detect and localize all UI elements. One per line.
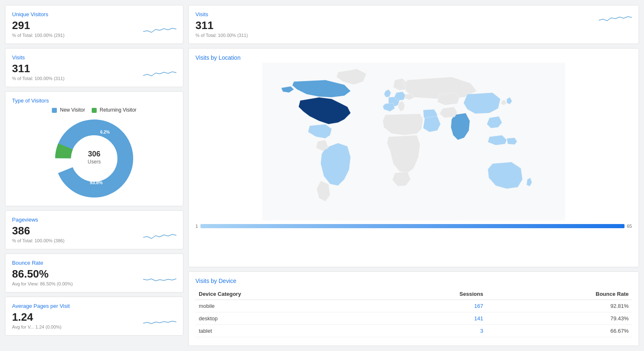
top-visits-card: Visits 311 % of Total: 100.00% (311) xyxy=(188,5,639,44)
visits-by-location-card: Visits by Location xyxy=(188,48,639,267)
world-map-svg xyxy=(195,63,632,220)
device-category-cell: desktop xyxy=(195,312,375,325)
col-sessions: Sessions xyxy=(375,288,486,300)
returning-visitor-dot xyxy=(92,108,97,113)
top-visits-sub: % of Total: 100.00% (311) xyxy=(195,33,248,38)
device-category-cell: tablet xyxy=(195,325,375,337)
device-table-body: mobile16792.81%desktop14179.43%tablet366… xyxy=(195,300,632,337)
world-map-container xyxy=(195,63,632,220)
country-kazakhstan xyxy=(437,93,459,105)
bounce-rate-cell: 79.43% xyxy=(486,312,632,325)
pageviews-card: Pageviews 386 % of Total: 100.00% (386) xyxy=(5,210,183,249)
map-legend: 1 65 xyxy=(195,224,632,229)
bounce-rate-cell: 92.81% xyxy=(486,300,632,312)
bounce-rate-title: Bounce Rate xyxy=(12,260,176,266)
map-scale-max: 65 xyxy=(627,224,632,229)
map-title: Visits by Location xyxy=(195,54,632,61)
avg-pages-title: Average Pages per Visit xyxy=(12,303,176,309)
avg-pages-sparkline xyxy=(143,315,176,329)
new-visitor-legend: New Visitor xyxy=(52,107,85,113)
visitor-legend: New Visitor Returning Visitor xyxy=(12,107,176,113)
top-visits-value: 311 xyxy=(195,19,248,32)
map-scale-min: 1 xyxy=(195,224,198,229)
returning-visitor-pct-label: 6.2% xyxy=(100,130,110,134)
pageviews-title: Pageviews xyxy=(12,217,176,223)
table-row: tablet366.67% xyxy=(195,325,632,337)
col-bounce-rate: Bounce Rate xyxy=(486,288,632,300)
donut-center xyxy=(71,136,117,181)
unique-visitors-title: Unique Visitors xyxy=(12,11,176,17)
device-table: Device Category Sessions Bounce Rate mob… xyxy=(195,288,632,337)
avg-pages-card: Average Pages per Visit 1.24 Avg for V..… xyxy=(5,297,183,336)
visits-sparkline xyxy=(143,66,176,80)
donut-center-value: 306 xyxy=(88,150,100,158)
device-table-header: Device Category Sessions Bounce Rate xyxy=(195,288,632,300)
col-device-category: Device Category xyxy=(195,288,375,300)
top-visits-title: Visits xyxy=(195,11,248,17)
left-column: Unique Visitors 291 % of Total: 100.00% … xyxy=(5,5,183,346)
unique-visitors-card: Unique Visitors 291 % of Total: 100.00% … xyxy=(5,5,183,44)
unique-visitors-sparkline xyxy=(143,23,176,37)
returning-visitor-label: Returning Visitor xyxy=(100,107,137,113)
pageviews-sparkline xyxy=(143,229,176,242)
donut-center-label: Users xyxy=(88,159,100,165)
visits-title: Visits xyxy=(12,54,176,61)
device-title: Visits by Device xyxy=(195,278,632,284)
device-category-cell: mobile xyxy=(195,300,375,312)
visits-card: Visits 311 % of Total: 100.00% (311) xyxy=(5,48,183,87)
top-visits-sparkline xyxy=(599,11,632,25)
dashboard: Unique Visitors 291 % of Total: 100.00% … xyxy=(0,0,644,351)
bounce-rate-sparkline xyxy=(143,272,176,285)
returning-visitor-legend: Returning Visitor xyxy=(92,107,137,113)
donut-chart: 306 Users 93.8% 6.2% xyxy=(53,117,136,200)
sessions-cell: 141 xyxy=(375,312,486,325)
sessions-cell: 3 xyxy=(375,325,486,337)
right-column: Visits 311 % of Total: 100.00% (311) Vis… xyxy=(188,5,639,346)
bounce-rate-cell: 66.67% xyxy=(486,325,632,337)
visits-by-device-card: Visits by Device Device Category Session… xyxy=(188,271,639,346)
new-visitor-pct-label: 93.8% xyxy=(90,180,102,185)
sessions-cell: 167 xyxy=(375,300,486,312)
new-visitor-label: New Visitor xyxy=(60,107,85,113)
table-row: mobile16792.81% xyxy=(195,300,632,312)
new-visitor-dot xyxy=(52,108,57,113)
donut-container: 306 Users 93.8% 6.2% xyxy=(12,117,176,200)
visitor-type-title: Type of Visitors xyxy=(12,98,176,104)
map-color-bar xyxy=(200,224,624,228)
bounce-rate-card: Bounce Rate 86.50% Avg for View: 86.50% … xyxy=(5,254,183,292)
type-of-visitors-card: Type of Visitors New Visitor Returning V… xyxy=(5,91,183,206)
table-row: desktop14179.43% xyxy=(195,312,632,325)
